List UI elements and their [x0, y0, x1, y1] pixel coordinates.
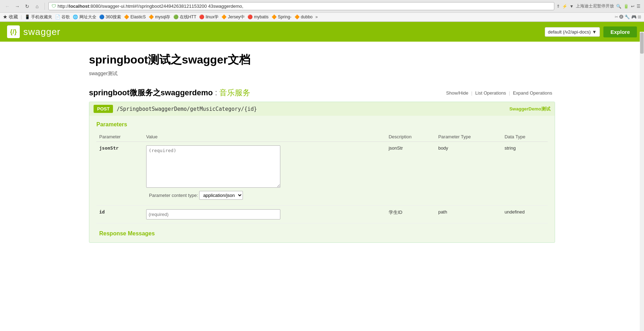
col-description: Description — [386, 132, 436, 142]
jsonstr-textarea[interactable] — [146, 145, 280, 188]
endpoint-header: POST /SpringbootSwaggerDemo/getMusicCate… — [89, 102, 555, 116]
param-name-id: id — [96, 206, 143, 223]
bookmark-star[interactable]: ★ 收藏 — [3, 14, 18, 20]
param-type-id: path — [435, 206, 502, 223]
col-value: Value — [143, 132, 386, 142]
back-button[interactable]: ← — [4, 2, 11, 10]
endpoint-tag: SwaggerDemo测试 — [509, 106, 550, 112]
parameters-section: Parameters Parameter Value Description P… — [89, 116, 555, 242]
api-endpoint: POST /SpringbootSwaggerDemo/getMusicCate… — [89, 102, 555, 243]
col-parameter: Parameter — [96, 132, 143, 142]
location-text: 上海迪士尼暂停开放 — [576, 3, 614, 9]
bookmark-linux[interactable]: 🔴 linux学 — [199, 14, 219, 20]
page-subtitle: swagger测试 — [89, 71, 555, 77]
forward-button[interactable]: → — [13, 2, 21, 10]
bookmark-360[interactable]: 🔵 360搜索 — [99, 14, 121, 20]
bookmark-mybatis[interactable]: 🔴 mybatis — [248, 14, 269, 19]
page-title: springboot测试之swagger文档 — [89, 52, 555, 68]
reload-button[interactable]: ↻ — [23, 2, 31, 10]
security-icon: 🛡 — [52, 4, 56, 9]
scrollbar[interactable] — [640, 32, 644, 257]
data-type-id: undefined — [502, 206, 548, 223]
param-desc-id: 学生ID — [386, 206, 436, 223]
id-input[interactable] — [146, 209, 280, 219]
param-name-jsonstr: jsonStr — [96, 142, 143, 206]
dropdown-arrow-icon: ▼ — [592, 29, 597, 35]
content-type-row: Parameter content type: application/json — [146, 189, 383, 202]
history-icon[interactable]: ↩ — [631, 4, 634, 9]
api-selector-dropdown[interactable]: default (/v2/api-docs) ▼ — [545, 27, 600, 37]
dropdown-icon[interactable]: ▼ — [570, 4, 574, 9]
show-hide-link[interactable]: Show/Hide — [443, 90, 471, 96]
response-messages-title: Response Messages — [96, 230, 548, 237]
table-row: id 学生ID path undefined — [96, 206, 548, 223]
share-icon[interactable]: ⇑ — [556, 4, 560, 9]
swagger-logo: {/} swagger — [7, 25, 60, 38]
explore-button[interactable]: Explore — [603, 26, 637, 37]
section-header: springboot微服务之swaggerdemo : 音乐服务 Show/Hi… — [89, 88, 555, 98]
param-type-jsonstr: body — [435, 142, 502, 206]
list-operations-link[interactable]: List Operations — [472, 90, 509, 96]
lightning-icon: ⚡ — [562, 4, 567, 9]
table-header-row: Parameter Value Description Parameter Ty… — [96, 132, 548, 142]
table-row: jsonStr Parameter content type: applicat… — [96, 142, 548, 206]
bookmarks-bar: ★ 收藏 | 📱 手机收藏夹 📄 谷歌 🌐 网址大全 🔵 360搜索 🔶 Ela… — [0, 13, 644, 22]
parameters-table: Parameter Value Description Parameter Ty… — [96, 132, 548, 223]
method-badge[interactable]: POST — [94, 105, 113, 113]
data-type-jsonstr: string — [502, 142, 548, 206]
bookmark-wangzhi[interactable]: 🌐 网址大全 — [73, 14, 96, 20]
swagger-content: springboot测试之swagger文档 swagger测试 springb… — [75, 42, 569, 257]
param-desc-jsonstr: jsonStr — [386, 142, 436, 206]
browser-chrome: ← → ↻ ⌂ 🛡 http://localhost:8080/swagger-… — [0, 0, 644, 22]
parameters-title: Parameters — [96, 121, 548, 128]
menu-icon[interactable]: ☰ — [637, 4, 640, 9]
bookmark-spring[interactable]: 🔶 Spring- — [272, 14, 292, 19]
nav-right-icons: ⇑ ⚡ ▼ 上海迪士尼暂停开放 🔍 🔋 ↩ ☰ — [556, 3, 640, 9]
endpoint-header-left: POST /SpringbootSwaggerDemo/getMusicCate… — [94, 105, 257, 113]
url-text: http://localhost:8080/swagger-ui.html#!/… — [58, 4, 243, 9]
section-links: Show/Hide | List Operations | Expand Ope… — [443, 90, 555, 96]
bookmark-more[interactable]: » — [315, 14, 318, 19]
endpoint-path: /SpringbootSwaggerDemo/getMusicCategory/… — [117, 106, 257, 112]
home-button[interactable]: ⌂ — [33, 2, 41, 10]
expand-operations-link[interactable]: Expand Operations — [510, 90, 555, 96]
bookmark-right-icons: ✂ 🅐 🔧 🎮 ⊞ — [615, 14, 641, 19]
swagger-logo-icon: {/} — [7, 25, 20, 38]
browser-nav-bar: ← → ↻ ⌂ 🛡 http://localhost:8080/swagger-… — [0, 0, 644, 13]
battery-icon: 🔋 — [624, 4, 629, 9]
bookmark-mysql[interactable]: 🔶 mysql存 — [149, 14, 171, 20]
bookmark-dubbo[interactable]: 🔶 dubbo — [294, 14, 313, 19]
search-icon[interactable]: 🔍 — [616, 4, 621, 9]
swagger-brand: swagger — [23, 26, 60, 37]
section-title: springboot微服务之swaggerdemo : 音乐服务 — [89, 88, 250, 98]
param-value-jsonstr[interactable]: Parameter content type: application/json — [143, 142, 386, 206]
swagger-header: {/} swagger default (/v2/api-docs) ▼ Exp… — [0, 22, 644, 42]
address-bar[interactable]: 🛡 http://localhost:8080/swagger-ui.html#… — [48, 2, 554, 10]
bookmark-htt[interactable]: 🟢 在线HTT — [173, 14, 197, 20]
swagger-header-right: default (/v2/api-docs) ▼ Explore — [545, 26, 637, 37]
param-value-id[interactable] — [143, 206, 386, 223]
col-param-type: Parameter Type — [435, 132, 502, 142]
content-type-select[interactable]: application/json — [199, 191, 243, 200]
scrollbar-thumb[interactable] — [640, 32, 644, 54]
bookmark-elastic[interactable]: 🔶 ElasticS — [124, 14, 146, 19]
bookmark-mobile[interactable]: 📱 手机收藏夹 — [25, 14, 52, 20]
bookmark-jersey[interactable]: 🔶 Jersey中 — [221, 14, 245, 20]
bookmark-google[interactable]: 📄 谷歌 — [55, 14, 70, 20]
col-data-type: Data Type — [502, 132, 548, 142]
